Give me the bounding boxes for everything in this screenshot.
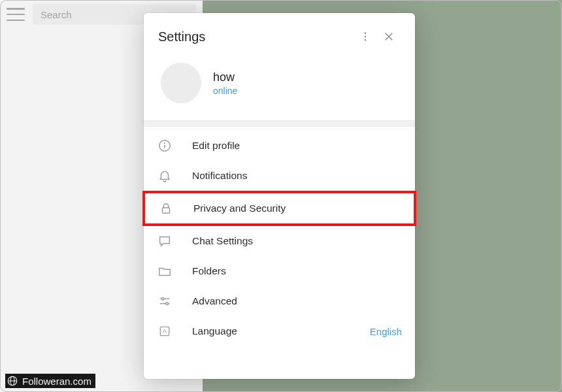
svg-point-0 [365, 33, 366, 34]
menu-item-privacy-security[interactable]: Privacy and Security [142, 191, 416, 226]
menu-label: Chat Settings [192, 235, 402, 247]
menu-item-advanced[interactable]: Advanced [144, 286, 415, 316]
svg-point-10 [161, 298, 164, 301]
profile-text: how online [213, 71, 237, 96]
svg-point-12 [166, 302, 169, 305]
more-vertical-icon [359, 31, 371, 42]
lock-icon [158, 201, 174, 216]
svg-text:A: A [163, 328, 167, 335]
folder-icon [157, 263, 173, 279]
menu-item-edit-profile[interactable]: Edit profile [144, 131, 415, 161]
close-icon [383, 31, 395, 42]
settings-menu: Edit profile Notifications Privacy and S… [144, 127, 415, 350]
close-button[interactable] [377, 25, 401, 48]
menu-label: Language [192, 325, 350, 337]
language-value: English [370, 326, 402, 337]
more-button[interactable] [354, 25, 377, 48]
bell-icon [157, 168, 173, 184]
svg-rect-8 [163, 208, 170, 213]
chat-icon [157, 233, 173, 249]
svg-point-7 [165, 143, 165, 144]
profile-section[interactable]: how online [144, 56, 415, 120]
menu-label: Edit profile [192, 140, 402, 152]
watermark-text: Followeran.com [22, 376, 91, 387]
watermark: Followeran.com [5, 374, 95, 388]
settings-modal: Settings how online Edit profile [144, 13, 415, 379]
sliders-icon [157, 293, 173, 309]
language-icon: A [157, 323, 173, 339]
menu-label: Privacy and Security [193, 203, 401, 214]
svg-point-2 [365, 39, 366, 41]
modal-title: Settings [158, 29, 354, 44]
menu-label: Notifications [192, 170, 402, 182]
menu-label: Advanced [192, 295, 402, 307]
menu-item-folders[interactable]: Folders [144, 256, 415, 286]
profile-status: online [213, 86, 237, 96]
info-icon [157, 138, 173, 154]
globe-icon [7, 375, 18, 387]
modal-header: Settings [144, 13, 415, 56]
svg-point-1 [365, 36, 366, 37]
menu-item-notifications[interactable]: Notifications [144, 161, 415, 191]
divider [144, 120, 415, 127]
profile-name: how [213, 71, 237, 84]
menu-label: Folders [192, 265, 402, 277]
menu-item-chat-settings[interactable]: Chat Settings [144, 226, 415, 256]
menu-item-language[interactable]: A Language English [144, 316, 415, 346]
avatar [161, 63, 201, 103]
